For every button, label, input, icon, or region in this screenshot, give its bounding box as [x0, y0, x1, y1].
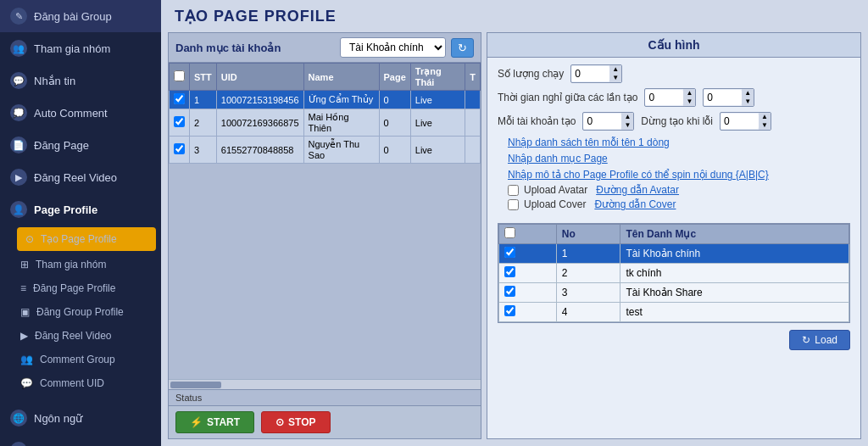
sidebar-item-auto-comment[interactable]: 💭 Auto Comment	[0, 97, 161, 129]
start-button[interactable]: ⚡ START	[175, 411, 254, 433]
row-stt: 2	[190, 109, 217, 137]
sidebar-item-cai-dat[interactable]: ⚙ Cài đặt	[0, 434, 161, 446]
sidebar-item-page-profile[interactable]: 👤 Page Profile	[0, 193, 161, 226]
moi-tk-down[interactable]: ▼	[621, 121, 633, 130]
sidebar-label: Auto Comment	[34, 107, 108, 120]
link-ten-moi-dong[interactable]: Nhập danh sách tên mỗi tên 1 dòng	[498, 136, 850, 149]
thoi-gian-input1-wrap: ▲ ▼	[644, 88, 696, 107]
sidebar-item-tham-gia-nhom[interactable]: 👥 Tham gia nhóm	[0, 32, 161, 64]
sidebar-item-ngon-ngu[interactable]: 🌐 Ngôn ngữ	[0, 402, 161, 434]
config-row-so-luong: Số lượng chạy ▲ ▼	[498, 64, 850, 83]
category-table: No Tên Danh Mục 1 Tài Khoản chính 2 tk c…	[498, 224, 849, 322]
sidebar-item-dang-group-profile[interactable]: ▣ Đăng Group Profile	[12, 300, 161, 324]
sidebar-item-tao-page-profile[interactable]: ⊙ Tạo Page Profile	[17, 227, 156, 251]
language-icon: 🌐	[10, 410, 27, 426]
list-item[interactable]: 3 Tài Khoản Share	[499, 283, 849, 303]
sidebar-item-dang-bai-group[interactable]: ✎ Đăng bài Group	[0, 0, 161, 32]
thoi-gian-down2[interactable]: ▼	[742, 98, 754, 106]
start-label: START	[207, 416, 240, 428]
sidebar-item-nhan-tin[interactable]: 💬 Nhắn tin	[0, 64, 161, 97]
thoi-gian-label: Thời gian nghỉ giữa các lần tạo	[498, 92, 637, 103]
stop-label: STOP	[288, 416, 315, 428]
link-mo-ta-spin[interactable]: Nhập mô tả cho Page Profile có thể spin …	[498, 168, 850, 181]
refresh-button[interactable]: ↻	[451, 38, 474, 58]
list-item[interactable]: 4 test	[499, 303, 849, 322]
thoi-gian-down1[interactable]: ▼	[683, 98, 695, 106]
sun-icon: ⊙	[25, 233, 34, 245]
sidebar-item-dang-page-profile[interactable]: ≡ Đăng Page Profile	[12, 276, 161, 300]
sidebar-sub-menu: ⊙ Tạo Page Profile ⊞ Tham gia nhóm ≡ Đăn…	[0, 226, 161, 395]
dung-tao-up[interactable]: ▲	[759, 113, 771, 121]
row-name: Ứng Cẩm Thủy	[303, 91, 379, 109]
sidebar-item-dang-page[interactable]: 📄 Đăng Page	[0, 129, 161, 161]
comment-uid-icon: 💬	[20, 377, 33, 389]
sidebar-item-tham-gia-nhom-sub[interactable]: ⊞ Tham gia nhóm	[12, 253, 161, 276]
sidebar-label: Nhắn tin	[34, 75, 75, 87]
moi-tk-label: Mỗi tài khoản tạo	[498, 115, 576, 127]
stop-icon: ⊙	[275, 416, 284, 428]
left-panel: Danh mục tài khoản Tài Khoản chínhtk chí…	[168, 32, 481, 439]
dung-tao-down[interactable]: ▼	[759, 121, 771, 130]
row-check[interactable]	[170, 91, 190, 109]
sidebar-item-dang-reel-video[interactable]: ▶ Đăng Reel Video	[0, 161, 161, 193]
table-row[interactable]: 1 100072153198456 Ứng Cẩm Thủy 0 Live	[170, 91, 481, 109]
so-luong-up[interactable]: ▲	[609, 65, 621, 74]
cat-row-check[interactable]	[499, 244, 557, 264]
reel-icon: ▶	[20, 330, 28, 342]
sidebar-item-comment-group[interactable]: 👥 Comment Group	[12, 348, 161, 371]
list-item[interactable]: 2 tk chính	[499, 264, 849, 283]
edit-icon: ✎	[10, 8, 27, 25]
dung-tao-input[interactable]	[721, 114, 759, 129]
row-page: 0	[379, 109, 410, 137]
moi-tk-input[interactable]	[583, 114, 621, 129]
cat-row-check[interactable]	[499, 303, 557, 322]
sidebar-item-dang-reel-video-sub[interactable]: ▶ Đăng Reel Video	[12, 324, 161, 348]
cover-link[interactable]: Đường dẫn Cover	[591, 198, 679, 210]
stop-button[interactable]: ⊙ STOP	[261, 411, 330, 433]
so-luong-input[interactable]	[571, 66, 609, 81]
account-table-scroll[interactable]: STT UID Name Page Trạng Thái T 1 1000721…	[169, 63, 481, 379]
load-button[interactable]: ↻ Load	[789, 330, 850, 350]
sidebar-sub-label: Đăng Group Profile	[36, 306, 124, 318]
config-title: Cấu hình	[487, 33, 860, 58]
upload-avatar-checkbox[interactable]	[508, 185, 519, 196]
post-icon: ≡	[20, 282, 26, 294]
account-category-select[interactable]: Tài Khoản chínhtk chínhTài Khoản Sharete…	[340, 37, 446, 58]
page-title: TẠO PAGE PROFILE	[161, 0, 868, 32]
cat-row-check[interactable]	[499, 283, 557, 303]
sidebar-label: Đăng bài Group	[34, 10, 112, 23]
row-uid: 100072153198456	[216, 91, 303, 109]
row-check[interactable]	[170, 137, 190, 164]
horizontal-scrollbar[interactable]	[169, 379, 481, 389]
sidebar-item-comment-uid[interactable]: 💬 Comment UID	[12, 371, 161, 395]
so-luong-down[interactable]: ▼	[609, 74, 621, 82]
row-check[interactable]	[170, 109, 190, 137]
cat-select-all[interactable]	[504, 227, 515, 238]
thoi-gian-up1[interactable]: ▲	[683, 89, 695, 98]
row-stt: 3	[190, 137, 217, 164]
cat-row-no: 3	[556, 283, 620, 303]
table-row[interactable]: 2 100072169366875 Mai Hồng Thiên 0 Live	[170, 109, 481, 137]
sidebar-label: Đăng Page	[34, 139, 89, 152]
moi-tk-spin: ▲ ▼	[621, 113, 633, 130]
load-icon: ↻	[802, 334, 810, 346]
select-all-checkbox[interactable]	[174, 70, 185, 81]
col-status: Trạng Thái	[410, 64, 465, 91]
list-item[interactable]: 1 Tài Khoản chính	[499, 244, 849, 264]
moi-tk-up[interactable]: ▲	[621, 113, 633, 121]
thoi-gian-up2[interactable]: ▲	[742, 89, 754, 98]
group-icon: 👥	[10, 40, 27, 57]
so-luong-spin: ▲ ▼	[609, 65, 621, 82]
link-danh-muc-page[interactable]: Nhập danh mục Page	[498, 152, 850, 165]
upload-avatar-label: Upload Avatar	[524, 184, 587, 196]
cat-row-check[interactable]	[499, 264, 557, 283]
avatar-link[interactable]: Đường dẫn Avatar	[593, 184, 682, 196]
left-panel-header: Danh mục tài khoản Tài Khoản chínhtk chí…	[169, 33, 481, 63]
thoi-gian-input2[interactable]	[704, 90, 742, 105]
sidebar-label: Ngôn ngữ	[34, 412, 82, 425]
thoi-gian-input1[interactable]	[645, 90, 683, 105]
category-table-wrap: No Tên Danh Mục 1 Tài Khoản chính 2 tk c…	[498, 223, 850, 323]
table-row[interactable]: 3 61552770848858 Nguyễn Thu Sao 0 Live	[170, 137, 481, 164]
upload-cover-checkbox[interactable]	[508, 199, 519, 210]
upload-cover-label: Upload Cover	[524, 198, 586, 210]
